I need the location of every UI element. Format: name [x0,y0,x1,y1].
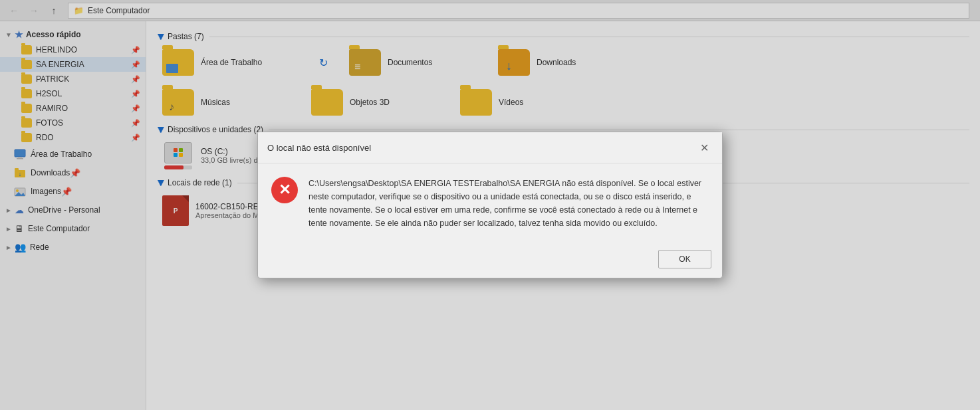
ok-button[interactable]: OK [658,250,711,268]
error-icon: ✕ [271,177,298,203]
dialog-footer: OK [258,243,722,278]
dialog-overlay: O local não está disponível ✕ ✕ C:\Users… [0,0,980,410]
dialog-title: O local não está disponível [267,143,371,153]
dialog-body: ✕ C:\Users\engsa\Desktop\SA ENERGIA TEST… [258,163,722,243]
dialog-title-bar: O local não está disponível ✕ [258,132,722,163]
error-dialog: O local não está disponível ✕ ✕ C:\Users… [257,132,723,278]
dialog-close-button[interactable]: ✕ [695,139,713,156]
dialog-message: C:\Users\engsa\Desktop\SA ENERGIA TESTEr… [308,177,709,230]
